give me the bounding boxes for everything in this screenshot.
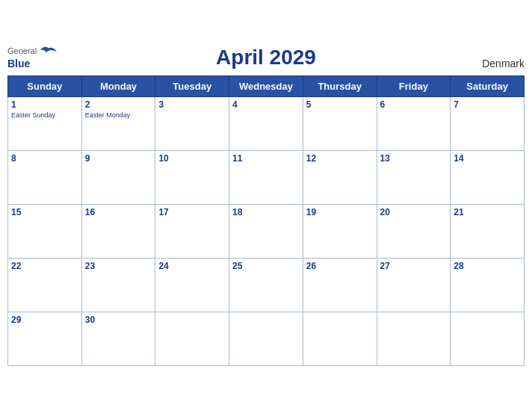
day-number: 29: [11, 315, 78, 325]
day-cell-2-1: 8: [8, 150, 82, 204]
day-number: 8: [11, 153, 78, 164]
day-number: 30: [85, 315, 152, 325]
week-row-5: 2930: [8, 312, 525, 365]
day-number: 9: [85, 153, 152, 164]
day-cell-3-3: 17: [155, 204, 229, 258]
header-monday: Monday: [81, 75, 155, 96]
day-number: 4: [232, 99, 300, 110]
day-number: 15: [11, 207, 78, 217]
day-number: 13: [380, 153, 448, 164]
day-number: 17: [158, 207, 226, 217]
day-number: 22: [11, 261, 78, 271]
day-cell-5-2: 30: [81, 312, 155, 365]
day-number: 10: [158, 153, 226, 164]
days-header-row: Sunday Monday Tuesday Wednesday Thursday…: [8, 75, 525, 96]
day-number: 16: [85, 207, 152, 217]
day-number: 7: [454, 99, 521, 110]
calendar-header: General Blue April 2029 Denmark: [7, 46, 525, 69]
day-cell-2-2: 9: [81, 150, 155, 204]
logo-blue: Blue: [7, 58, 30, 69]
holiday-label: Easter Monday: [85, 111, 152, 120]
day-number: 28: [454, 261, 521, 271]
day-cell-5-6: [377, 312, 451, 365]
day-number: 18: [232, 207, 300, 217]
day-cell-5-4: [229, 312, 303, 365]
day-number: 20: [380, 207, 448, 217]
header-tuesday: Tuesday: [155, 75, 229, 96]
day-cell-2-7: 14: [451, 150, 525, 204]
day-cell-2-6: 13: [377, 150, 451, 204]
day-number: 11: [232, 153, 300, 164]
day-cell-5-5: [303, 312, 377, 365]
month-title: April 2029: [216, 46, 316, 69]
day-number: 19: [306, 207, 374, 217]
holiday-label: Easter Sunday: [11, 111, 78, 120]
logo-bird-icon: [40, 46, 57, 58]
logo-general: General: [7, 46, 57, 58]
day-cell-1-1: 1Easter Sunday: [8, 96, 82, 150]
day-cell-4-5: 26: [303, 258, 377, 312]
day-cell-1-6: 6: [377, 96, 451, 150]
day-cell-1-3: 3: [155, 96, 229, 150]
day-cell-2-3: 10: [155, 150, 229, 204]
day-cell-3-1: 15: [8, 204, 82, 258]
day-cell-3-2: 16: [81, 204, 155, 258]
day-cell-1-2: 2Easter Monday: [81, 96, 155, 150]
header-wednesday: Wednesday: [229, 75, 303, 96]
day-number: 1: [11, 99, 78, 110]
day-number: 12: [306, 153, 374, 164]
week-row-1: 1Easter Sunday2Easter Monday34567: [8, 96, 525, 150]
header-thursday: Thursday: [303, 75, 377, 96]
calendar-table: Sunday Monday Tuesday Wednesday Thursday…: [7, 75, 525, 366]
day-cell-3-6: 20: [377, 204, 451, 258]
day-cell-3-4: 18: [229, 204, 303, 258]
day-cell-1-5: 5: [303, 96, 377, 150]
day-number: 23: [85, 261, 152, 271]
day-cell-2-4: 11: [229, 150, 303, 204]
day-cell-4-7: 28: [451, 258, 525, 312]
day-number: 2: [85, 99, 152, 110]
day-cell-1-7: 7: [451, 96, 525, 150]
calendar-wrapper: General Blue April 2029 Denmark Sunday M…: [0, 38, 532, 374]
day-cell-3-5: 19: [303, 204, 377, 258]
day-cell-2-5: 12: [303, 150, 377, 204]
day-number: 24: [158, 261, 226, 271]
day-cell-4-3: 24: [155, 258, 229, 312]
header-saturday: Saturday: [451, 75, 525, 96]
day-cell-1-4: 4: [229, 96, 303, 150]
day-cell-4-1: 22: [8, 258, 82, 312]
day-number: 14: [454, 153, 521, 164]
day-number: 5: [306, 99, 374, 110]
day-number: 21: [454, 207, 521, 217]
week-row-4: 22232425262728: [8, 258, 525, 312]
day-cell-5-3: [155, 312, 229, 365]
country-label: Denmark: [482, 58, 525, 69]
day-cell-4-6: 27: [377, 258, 451, 312]
day-number: 27: [380, 261, 448, 271]
day-cell-5-7: [451, 312, 525, 365]
logo: General Blue: [7, 46, 57, 69]
day-number: 26: [306, 261, 374, 271]
day-cell-3-7: 21: [451, 204, 525, 258]
day-cell-4-2: 23: [81, 258, 155, 312]
day-cell-5-1: 29: [8, 312, 82, 365]
day-number: 6: [380, 99, 448, 110]
day-number: 25: [232, 261, 300, 271]
day-number: 3: [158, 99, 226, 110]
day-cell-4-4: 25: [229, 258, 303, 312]
header-friday: Friday: [377, 75, 451, 96]
week-row-3: 15161718192021: [8, 204, 525, 258]
week-row-2: 891011121314: [8, 150, 525, 204]
header-sunday: Sunday: [8, 75, 82, 96]
